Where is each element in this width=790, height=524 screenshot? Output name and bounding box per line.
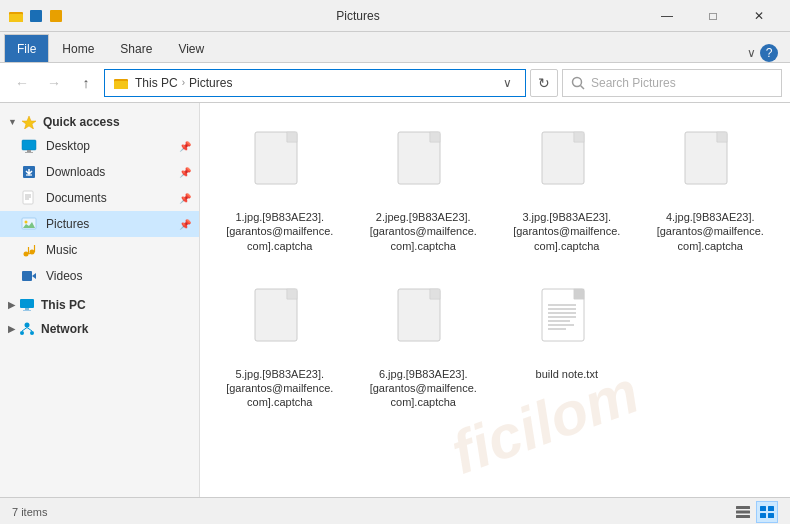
star-icon <box>21 115 37 129</box>
ribbon-chevron[interactable]: ∨ <box>747 46 756 60</box>
file-icon <box>681 130 739 202</box>
sidebar-item-documents[interactable]: Documents 📌 <box>0 185 199 211</box>
pictures-icon <box>20 215 38 233</box>
sidebar-label-music: Music <box>46 243 77 257</box>
sidebar-item-videos[interactable]: Videos <box>0 263 199 289</box>
tab-share[interactable]: Share <box>107 34 165 62</box>
address-dropdown-button[interactable]: ∨ <box>497 70 517 96</box>
ribbon-tabs: File Home Share View ∨ ? <box>0 32 790 62</box>
up-button[interactable]: ↑ <box>72 69 100 97</box>
file-label: 1.jpg.[9B83AE23].[garantos@mailfence.com… <box>225 210 335 253</box>
file-item[interactable]: 6.jpg.[9B83AE23].[garantos@mailfence.com… <box>360 276 488 417</box>
main-area: ▼ Quick access Desktop 📌 <box>0 103 790 497</box>
breadcrumb-thispc[interactable]: This PC <box>135 76 178 90</box>
this-pc-caret: ▶ <box>8 300 15 310</box>
file-icon-wrapper <box>388 126 458 206</box>
svg-rect-70 <box>760 513 766 518</box>
network-caret: ▶ <box>8 324 15 334</box>
file-item[interactable]: 5.jpg.[9B83AE23].[garantos@mailfence.com… <box>216 276 344 417</box>
network-header[interactable]: ▶ Network <box>0 317 199 341</box>
svg-rect-2 <box>30 10 42 22</box>
svg-line-36 <box>27 328 32 332</box>
sidebar: ▼ Quick access Desktop 📌 <box>0 103 200 497</box>
status-bar: 7 items <box>0 497 790 524</box>
back-button[interactable]: ← <box>8 69 36 97</box>
svg-rect-45 <box>574 132 584 142</box>
grid-view-icon <box>759 505 775 519</box>
file-icon-wrapper <box>532 126 602 206</box>
maximize-button[interactable]: □ <box>690 0 736 32</box>
grid-view-button[interactable] <box>756 501 778 523</box>
svg-rect-10 <box>27 150 31 152</box>
list-view-icon <box>735 505 751 519</box>
breadcrumb-pictures[interactable]: Pictures <box>189 76 232 90</box>
svg-rect-15 <box>23 191 33 204</box>
svg-rect-11 <box>25 152 33 153</box>
file-item[interactable]: 2.jpeg.[9B83AE23].[garantos@mailfence.co… <box>360 119 488 260</box>
svg-rect-3 <box>50 10 62 22</box>
svg-rect-71 <box>768 513 774 518</box>
ribbon-help[interactable]: ? <box>760 44 778 62</box>
sidebar-label-documents: Documents <box>46 191 107 205</box>
computer-icon <box>19 297 35 313</box>
tab-view[interactable]: View <box>165 34 217 62</box>
address-box[interactable]: This PC › Pictures ∨ <box>104 69 526 97</box>
svg-point-22 <box>24 252 29 257</box>
file-icon-wrapper <box>675 126 745 206</box>
svg-rect-31 <box>23 310 31 311</box>
svg-rect-69 <box>768 506 774 511</box>
quick-access-header[interactable]: ▼ Quick access <box>0 111 199 133</box>
sidebar-item-downloads[interactable]: Downloads 📌 <box>0 159 199 185</box>
tab-file[interactable]: File <box>4 34 49 62</box>
this-pc-label: This PC <box>41 298 86 312</box>
view-buttons <box>732 501 778 523</box>
breadcrumb: This PC › Pictures <box>135 76 232 90</box>
minimize-button[interactable]: — <box>644 0 690 32</box>
svg-rect-66 <box>736 510 750 513</box>
breadcrumb-separator: › <box>182 77 185 88</box>
content-area: ficilom 1.jpg.[9B83AE23].[garantos@mailf… <box>200 103 790 497</box>
svg-rect-1 <box>9 14 23 22</box>
file-icon <box>538 130 596 202</box>
address-bar: ← → ↑ This PC › Pictures ∨ ↻ Search Pict… <box>0 63 790 103</box>
search-box[interactable]: Search Pictures <box>562 69 782 97</box>
file-item[interactable]: build note.txt <box>503 276 631 417</box>
file-label: 6.jpg.[9B83AE23].[garantos@mailfence.com… <box>368 367 478 410</box>
sidebar-item-desktop[interactable]: Desktop 📌 <box>0 133 199 159</box>
file-icon-wrapper <box>245 126 315 206</box>
text-file-icon <box>538 287 596 359</box>
window-title: Pictures <box>72 9 644 23</box>
close-button[interactable]: ✕ <box>736 0 782 32</box>
file-icon <box>394 287 452 359</box>
sidebar-item-music[interactable]: Music <box>0 237 199 263</box>
svg-marker-8 <box>22 116 36 129</box>
list-view-button[interactable] <box>732 501 754 523</box>
file-label: build note.txt <box>536 367 598 381</box>
file-label: 3.jpg.[9B83AE23].[garantos@mailfence.com… <box>512 210 622 253</box>
svg-rect-51 <box>287 289 297 299</box>
svg-rect-67 <box>736 515 750 518</box>
tab-home[interactable]: Home <box>49 34 107 62</box>
svg-point-34 <box>30 331 34 335</box>
folder-small-icon <box>113 75 129 91</box>
sidebar-item-pictures[interactable]: Pictures 📌 <box>0 211 199 237</box>
file-item[interactable]: 1.jpg.[9B83AE23].[garantos@mailfence.com… <box>216 119 344 260</box>
music-icon <box>20 241 38 259</box>
file-item[interactable]: 4.jpg.[9B83AE23].[garantos@mailfence.com… <box>647 119 775 260</box>
title-bar: Pictures — □ ✕ <box>0 0 790 32</box>
title-bar-icons <box>8 8 64 24</box>
file-label: 4.jpg.[9B83AE23].[garantos@mailfence.com… <box>655 210 765 253</box>
quick-access-caret: ▼ <box>8 117 17 127</box>
network-icon <box>19 321 35 337</box>
refresh-button[interactable]: ↻ <box>530 69 558 97</box>
pin-icon-downloads: 📌 <box>179 167 191 178</box>
svg-rect-29 <box>20 299 34 308</box>
file-icon <box>394 130 452 202</box>
forward-button[interactable]: → <box>40 69 68 97</box>
folder-icon <box>8 8 24 24</box>
pin-icon-documents: 📌 <box>179 193 191 204</box>
title-buttons: — □ ✕ <box>644 0 782 32</box>
file-icon <box>251 130 309 202</box>
this-pc-header[interactable]: ▶ This PC <box>0 293 199 317</box>
file-item[interactable]: 3.jpg.[9B83AE23].[garantos@mailfence.com… <box>503 119 631 260</box>
